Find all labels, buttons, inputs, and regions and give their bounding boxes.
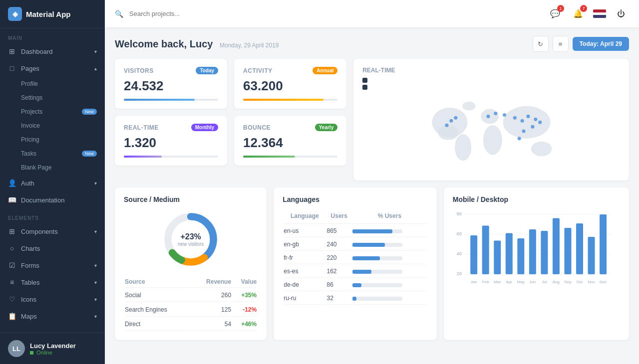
source-table-row: Direct 54 +46% (125, 318, 257, 331)
lang-table-row: ru-ru 32 (284, 292, 427, 305)
main-area: 🔍 💬 1 🔔 7 ⏻ Welcome back, Lucy Monday, 2… (105, 0, 639, 364)
avatar: LL (8, 340, 25, 357)
visitors-label: Visitors (124, 67, 154, 74)
activity-header: Activity Annual (243, 67, 337, 74)
svg-point-20 (522, 129, 526, 133)
svg-point-16 (527, 115, 530, 118)
svg-point-6 (531, 142, 552, 157)
bar-label: Nov (588, 280, 595, 284)
bar-rect (576, 223, 583, 274)
sidebar-subitem-tasks[interactable]: Tasks New (0, 147, 105, 161)
sidebar-item-forms[interactable]: ☑ Forms ▾ (0, 257, 105, 274)
sidebar-item-maps[interactable]: 📋 Maps ▾ (0, 308, 105, 325)
users-cell: 220 (326, 252, 351, 264)
users-cell: 162 (326, 265, 351, 278)
svg-point-10 (454, 116, 457, 120)
pct-users-col-header: % Users (352, 210, 427, 224)
components-arrow: ▾ (94, 229, 97, 234)
donut-center: +23% new visitors (178, 232, 204, 247)
sidebar-item-charts[interactable]: ○ Charts (0, 240, 105, 257)
page-header: Welcome back, Lucy Monday, 29 April 2019… (115, 36, 629, 52)
messages-badge: 1 (557, 5, 564, 12)
section-elements-label: Elements (0, 208, 105, 223)
docs-icon: 📖 (8, 196, 16, 204)
filter-button[interactable]: ≡ (553, 36, 569, 52)
lang-bar-bg (352, 229, 402, 233)
svg-point-15 (521, 119, 524, 123)
lang-bar-fill (352, 283, 361, 287)
content: Welcome back, Lucy Monday, 29 April 2019… (105, 28, 639, 364)
realtime-stat-header: Real-Time Monthly (124, 124, 218, 131)
sidebar-item-tables[interactable]: ≡ Tables ▾ (0, 274, 105, 291)
bar-rect (482, 226, 489, 275)
source-cell: Search Engines (125, 303, 191, 317)
auth-label: Auth (21, 180, 34, 187)
svg-point-8 (450, 119, 453, 123)
sidebar-item-components[interactable]: ⊞ Components ▾ (0, 223, 105, 240)
language-selector[interactable] (593, 9, 606, 18)
sidebar-subitem-settings[interactable]: Settings (0, 91, 105, 105)
sidebar-item-icons[interactable]: ♡ Icons ▾ (0, 291, 105, 308)
components-icon: ⊞ (8, 227, 16, 235)
svg-point-17 (534, 118, 537, 121)
bar-label: Dec (600, 280, 607, 284)
lang-bar-fill (352, 243, 385, 247)
refresh-button[interactable]: ↻ (533, 36, 549, 52)
bar-rect (564, 228, 571, 274)
source-col-header: Source (125, 276, 191, 288)
bounce-bar-fill (243, 156, 295, 158)
realtime-bar-fill (124, 156, 162, 158)
sidebar-item-docs[interactable]: 📖 Documentation (0, 191, 105, 208)
dashboard-icon: ⊞ (8, 47, 16, 55)
sidebar-subitem-profile[interactable]: Profile (0, 77, 105, 91)
bar-rect (553, 218, 560, 275)
topbar-actions: 💬 1 🔔 7 ⏻ (547, 6, 629, 22)
page-title: Welcome back, Lucy (115, 38, 213, 49)
pct-cell (352, 238, 427, 251)
sidebar-subitem-invoice[interactable]: Invoice (0, 119, 105, 133)
value-cell: -12% (232, 303, 257, 317)
messages-button[interactable]: 💬 1 (547, 6, 563, 22)
today-button[interactable]: Today: April 29 (573, 37, 629, 51)
docs-label: Documentation (21, 196, 64, 204)
revenue-cell: 54 (192, 318, 231, 331)
bar-label: Sep (564, 280, 572, 284)
sidebar-item-pages[interactable]: □ Pages ▴ (0, 60, 105, 77)
sidebar-dashboard-label: Dashboard (21, 48, 53, 55)
visitors-bar (124, 99, 218, 101)
sidebar-subitem-projects[interactable]: Projects New (0, 105, 105, 119)
lang-table-row: en-us 865 (284, 225, 427, 237)
bounce-label: Bounce (243, 124, 271, 131)
user-status: Online (30, 350, 76, 356)
stat-row-2: Real-Time Monthly 1.320 Bounce Yearly (115, 116, 346, 166)
revenue-col-header: Revenue (192, 276, 231, 288)
bar-label: Apr (506, 280, 512, 284)
user-name: Lucy Lavender (30, 342, 76, 350)
dot2 (362, 85, 367, 90)
user-profile[interactable]: LL Lucy Lavender Online (0, 333, 105, 364)
lang-bar-bg (352, 270, 402, 274)
search-input[interactable] (129, 10, 541, 17)
activity-card: Activity Annual 63.200 (234, 59, 346, 109)
source-cell: Social (125, 289, 191, 302)
sidebar: ◈ Material App Main ⊞ Dashboard ▾ □ Page… (0, 0, 105, 364)
sidebar-subitem-blank[interactable]: Blank Page (0, 161, 105, 175)
forms-icon: ☑ (8, 261, 16, 269)
world-map (362, 93, 620, 173)
tables-arrow: ▾ (94, 280, 97, 285)
realtime-map-card: Real-Time (353, 59, 629, 181)
revenue-cell: 125 (192, 303, 231, 317)
bar-label: Oct (577, 280, 583, 284)
svg-text:60: 60 (456, 231, 461, 236)
activity-value: 63.200 (243, 78, 337, 94)
notifications-button[interactable]: 🔔 7 (570, 6, 586, 22)
sidebar-pages-label: Pages (21, 65, 39, 72)
svg-point-18 (538, 121, 542, 124)
sidebar-item-auth[interactable]: 👤 Auth ▾ (0, 175, 105, 191)
power-button[interactable]: ⏻ (613, 6, 629, 22)
source-title: Source / Medium (124, 195, 258, 203)
sidebar-item-dashboard[interactable]: ⊞ Dashboard ▾ (0, 43, 105, 60)
charts-label: Charts (21, 245, 40, 252)
sidebar-subitem-pricing[interactable]: Pricing (0, 133, 105, 147)
lang-bar-bg (352, 243, 402, 247)
